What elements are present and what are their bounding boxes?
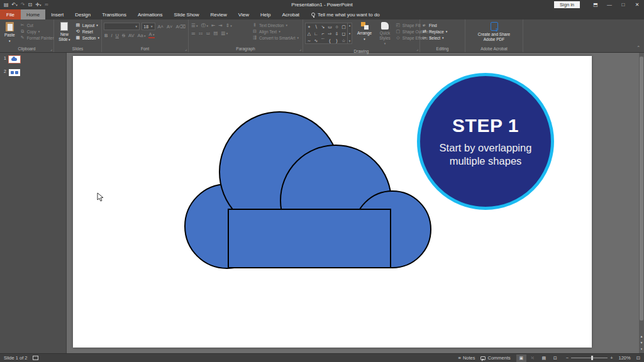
notes-button[interactable]: ≡Notes [458,355,475,361]
font-name-input[interactable] [106,25,133,29]
scroll-down-icon[interactable]: ▾ [641,347,643,351]
ribbon-display-options-icon[interactable]: ⬒ [589,0,602,9]
change-case-button[interactable]: Aa [136,33,146,38]
font-size-input[interactable] [143,25,148,29]
cut-button[interactable]: ✂Cut [20,23,54,28]
animations[interactable]: Animations [132,9,169,19]
maximize-button[interactable]: □ [616,0,630,9]
redo-icon[interactable]: ↷ [21,2,25,8]
next-slide-icon[interactable]: ▼ [640,341,643,344]
thumbnail-slide-2[interactable]: 2 [0,68,66,77]
gallery-scrollbar[interactable]: ▲ ▼ ⊽ [347,23,352,43]
grow-font-button[interactable]: A˄ [157,24,164,30]
vertical-scrollbar[interactable]: ▲ ▼ ▾ [639,53,644,353]
thumbnail-slide-1[interactable]: 1 [0,55,66,64]
cloud-rectangle-shape[interactable] [228,209,391,268]
zoom-slider[interactable] [571,358,608,358]
align-text-button[interactable]: ⊟Align Text [252,29,299,34]
gallery-down-icon[interactable]: ▼ [348,32,351,35]
curve-icon[interactable]: ～ [306,37,313,44]
slide-2-preview[interactable] [9,69,20,76]
layout-button[interactable]: ▤Layout [75,23,99,28]
text-direction-button[interactable]: ⫴Text Direction [252,23,299,28]
step-1-badge[interactable]: STEP 1 Start by overlapping multiple sha… [417,73,554,210]
reset-button[interactable]: ⟲Reset [75,29,99,34]
columns-button[interactable]: ▥ [220,30,228,36]
gallery-more-icon[interactable]: ⊽ [349,40,351,43]
line-spacing-button[interactable]: ⇕ [225,23,233,28]
right-bracket-icon[interactable]: ) [333,37,340,44]
zoom-slider-thumb[interactable] [591,356,593,360]
clear-formatting-button[interactable]: A⌫ [175,24,186,30]
sign-in-button[interactable]: Sign in [554,1,580,8]
font-color-button[interactable]: A [148,32,155,38]
l-shape-icon[interactable]: ∟ [313,30,319,37]
touch-mode-icon[interactable]: ✛▾ [35,2,41,8]
create-pdf-button[interactable]: Create and Share Adobe PDF [475,21,513,45]
bullets-button[interactable]: ☰ [191,23,199,28]
italic-button[interactable]: I [110,33,113,38]
gallery-up-icon[interactable]: ▲ [348,24,351,27]
justify-button[interactable]: ▤ [213,30,218,36]
line-arrow-icon[interactable]: ↘ [319,23,326,30]
align-right-button[interactable]: ⚍ [205,30,211,36]
normal-view-button[interactable]: ▣ [516,354,526,362]
customize-qat-icon[interactable]: ≂ [44,2,48,8]
drawing-dialog-launcher-icon[interactable]: ⌟ [416,47,418,51]
reading-view-button[interactable]: ▤ [539,354,549,362]
left-bracket-icon[interactable]: ( [326,37,333,44]
convert-smartart-button[interactable]: ⇶Convert to SmartArt [252,35,299,40]
oval-icon[interactable]: ○ [333,23,340,30]
callout-icon[interactable]: ◻ [340,30,347,37]
format-painter-button[interactable]: ✎Format Painter [20,35,54,40]
zoom-in-icon[interactable]: + [610,355,613,361]
slide-sorter-view-button[interactable]: ⁙ [528,354,538,362]
acrobat[interactable]: Acrobat [276,9,305,19]
view[interactable]: View [233,9,255,19]
bold-button[interactable]: B [104,33,108,38]
underline-button[interactable]: U [115,33,119,38]
increase-indent-button[interactable]: ⇥ [218,23,223,28]
insert[interactable]: Insert [45,9,69,19]
comments-button[interactable]: Comments [480,355,510,361]
clipboard-dialog-launcher-icon[interactable]: ⌟ [50,47,52,51]
design[interactable]: Design [69,9,96,19]
select-icon[interactable]: ⌖ [306,23,313,30]
collapse-ribbon-icon[interactable]: ⌃ [636,45,640,50]
slide-show[interactable]: Slide Show [169,9,205,19]
arrange-button[interactable]: Arrange [355,21,374,48]
zoom-level[interactable]: 120% [619,355,631,361]
quick-styles-button[interactable]: Quick Styles [377,21,393,48]
decrease-indent-button[interactable]: ⇤ [211,23,216,28]
slideshow-view-button[interactable]: ⊡ [550,354,560,362]
save-icon[interactable]: ▤ [4,2,9,8]
select-button[interactable]: ▻Select [422,35,463,40]
paste-button[interactable]: Paste [2,21,18,45]
down-arrow-icon[interactable]: ⇩ [333,30,340,37]
zoom-out-icon[interactable]: − [566,355,569,361]
close-button[interactable]: ✕ [630,0,644,9]
help[interactable]: Help [255,9,276,19]
find-button[interactable]: ⌕Find [422,23,463,28]
home[interactable]: Home [21,9,45,19]
tab-file[interactable]: File [0,9,21,19]
shrink-font-button[interactable]: A˅ [166,24,173,30]
review[interactable]: Review [205,9,233,19]
minimize-button[interactable]: — [602,0,616,9]
copy-button[interactable]: ⧉Copy [20,29,54,34]
display-settings-icon[interactable] [33,356,38,360]
right-arrow-icon[interactable]: ⇨ [326,30,333,37]
replace-button[interactable]: ⇄Replace [422,29,463,34]
rounded-rectangle-icon[interactable]: ▢ [340,23,347,30]
rectangle-icon[interactable]: ▭ [326,23,333,30]
undo-icon[interactable]: ↶▾ [12,2,18,8]
strikethrough-button[interactable]: S [121,33,126,38]
font-dialog-launcher-icon[interactable]: ⌟ [185,47,187,51]
scribble-icon[interactable]: ∿ [313,37,319,44]
section-button[interactable]: ▦Section [75,35,99,40]
line-icon[interactable]: ∖ [313,23,319,30]
fit-slide-to-window-icon[interactable]: ⊡ [636,355,640,361]
freeform-icon[interactable]: ⌐ [319,30,326,37]
scrollbar-thumb[interactable] [640,57,643,321]
paragraph-dialog-launcher-icon[interactable]: ⌟ [299,47,301,51]
